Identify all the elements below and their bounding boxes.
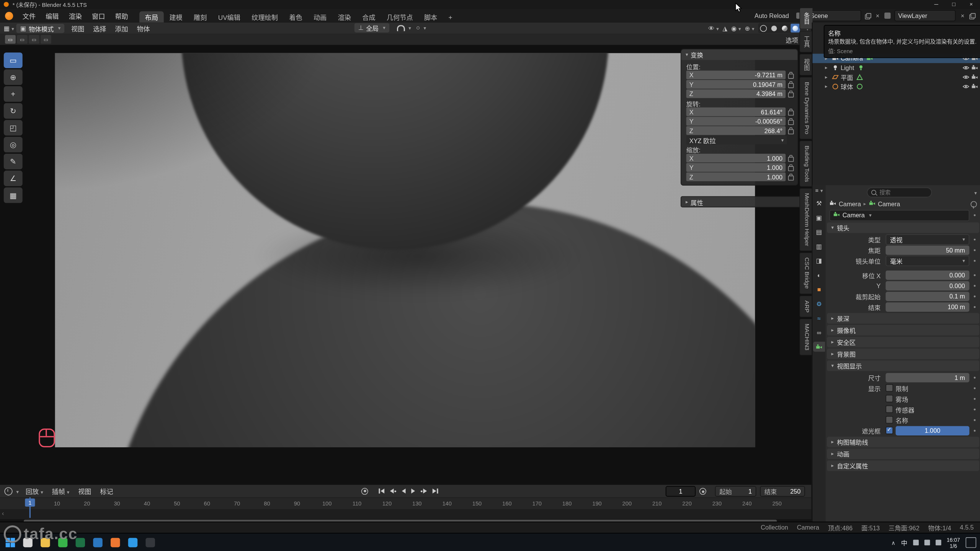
- scale-z-field[interactable]: Z1.000: [686, 173, 786, 181]
- current-frame-field[interactable]: 1: [666, 486, 696, 497]
- disable-in-renders-icon[interactable]: [971, 83, 978, 90]
- decorate-dot-icon[interactable]: [972, 238, 977, 240]
- unlink-scene-icon[interactable]: ×: [875, 12, 881, 19]
- proportional-edit-toggle[interactable]: ○: [416, 24, 426, 31]
- location-z-field[interactable]: Z4.3984 m: [686, 89, 786, 98]
- hide-in-viewport-icon[interactable]: [962, 83, 969, 90]
- add-workspace-button[interactable]: +: [443, 11, 458, 22]
- overlays-icon[interactable]: ◉: [731, 24, 741, 31]
- sidebar-tab[interactable]: 视图: [799, 54, 812, 75]
- taskbar-clock[interactable]: 16:07 1/6: [947, 536, 960, 549]
- properties-tab-constraints[interactable]: ∞: [813, 328, 825, 337]
- workspace-tab[interactable]: UV编辑: [212, 11, 246, 22]
- action-center-icon[interactable]: [965, 537, 976, 548]
- workspace-tab[interactable]: 纹理绘制: [246, 11, 284, 22]
- properties-tab-world[interactable]: ◐: [813, 270, 825, 280]
- blender-menu-icon[interactable]: [5, 11, 13, 20]
- lock-icon[interactable]: [788, 120, 794, 125]
- viewport-menu-item[interactable]: 添加: [111, 23, 132, 33]
- decorate-dot-icon[interactable]: [972, 285, 977, 287]
- sidebar-tab[interactable]: Building Tools: [799, 140, 812, 187]
- timeline-ruler[interactable]: 1 10203040506070809010011012013014015016…: [0, 498, 811, 510]
- app-vscode[interactable]: [126, 536, 139, 549]
- app-blue[interactable]: [91, 536, 104, 549]
- checkbox-label[interactable]: 雾场: [896, 394, 908, 403]
- move-tool[interactable]: +: [4, 86, 23, 102]
- jump-to-start-button[interactable]: [379, 489, 384, 494]
- decorate-dot-icon[interactable]: [972, 408, 977, 410]
- location-y-field[interactable]: Y0.19047 m: [686, 80, 786, 89]
- decorate-dot-icon[interactable]: [972, 387, 977, 389]
- viewlayer-selector[interactable]: ViewLayer: [895, 10, 956, 21]
- checkbox-雾场[interactable]: [885, 395, 893, 403]
- timeline-editor-icon[interactable]: [4, 487, 12, 495]
- auto-reload-button[interactable]: Auto Reload: [755, 12, 789, 19]
- collapsed-panel-header[interactable]: 景深: [827, 313, 979, 324]
- tray-expand-icon[interactable]: ∧: [891, 540, 895, 546]
- add-cube-tool[interactable]: ▦: [4, 187, 23, 203]
- frame-end-field[interactable]: 结束 250: [760, 486, 805, 497]
- workspace-tab[interactable]: 合成: [357, 11, 381, 22]
- measure-tool[interactable]: ∠: [4, 171, 23, 186]
- timeline-editor-dropdown[interactable]: [15, 487, 19, 494]
- prev-keyframe-button[interactable]: [390, 489, 396, 494]
- mesh-plane-icon[interactable]: [832, 74, 839, 81]
- shading-wireframe[interactable]: [759, 24, 768, 33]
- lock-icon[interactable]: [788, 73, 794, 78]
- checkbox-名称[interactable]: [885, 416, 893, 424]
- frame-start-field[interactable]: 起始 1: [715, 486, 756, 497]
- properties-tab-object[interactable]: ■: [813, 284, 825, 294]
- bottom-panel-header[interactable]: 自定义属性: [827, 460, 979, 471]
- menubar-item[interactable]: 编辑: [41, 9, 64, 23]
- disclosure-triangle-icon[interactable]: ▸: [825, 74, 830, 80]
- hide-in-viewport-icon[interactable]: [962, 74, 969, 81]
- select-mode-extend[interactable]: ▭: [17, 35, 28, 44]
- battery-icon[interactable]: [936, 540, 941, 546]
- shift-x-field[interactable]: 0.000: [885, 270, 969, 279]
- select-box-tool[interactable]: ▭: [4, 52, 23, 68]
- passepartout-slider[interactable]: 1.000: [896, 426, 970, 435]
- annotate-tool[interactable]: ✎: [4, 154, 23, 170]
- bottom-panel-header[interactable]: 动画: [827, 448, 979, 459]
- orientation-dropdown[interactable]: ⊥ 全局: [354, 23, 389, 32]
- outliner-item[interactable]: ▸Light: [812, 63, 980, 72]
- network-icon[interactable]: [913, 540, 919, 546]
- properties-editor-type-icon[interactable]: ≡: [815, 187, 823, 194]
- shading-solid[interactable]: [769, 24, 779, 33]
- play-reverse-button[interactable]: [402, 489, 406, 494]
- select-mode-subtract[interactable]: ▭: [29, 35, 39, 44]
- camera-data-icon[interactable]: [833, 211, 840, 218]
- workspace-tab[interactable]: 脚本: [418, 11, 443, 22]
- menubar-item[interactable]: 文件: [18, 9, 41, 23]
- data-block-icon[interactable]: [856, 74, 863, 81]
- keying-set-icon[interactable]: [699, 488, 706, 495]
- properties-tab-render[interactable]: ▣: [813, 212, 825, 222]
- workspace-tab[interactable]: 渲染: [332, 11, 357, 22]
- snap-dropdown[interactable]: [407, 24, 411, 31]
- remove-viewlayer-icon[interactable]: ×: [959, 12, 965, 19]
- jump-to-end-button[interactable]: [433, 489, 438, 494]
- scale-tool[interactable]: ◰: [4, 120, 23, 135]
- decorate-dot-icon[interactable]: [972, 295, 977, 297]
- collapsed-panel-header[interactable]: 摄像机: [827, 325, 979, 336]
- lock-icon[interactable]: [788, 110, 794, 115]
- bottom-panel-header[interactable]: 构图辅助线: [827, 437, 979, 447]
- workspace-tab[interactable]: 建模: [164, 11, 188, 22]
- object-visibility-icon[interactable]: 👁: [708, 24, 719, 31]
- minimize-button[interactable]: ─: [928, 0, 945, 9]
- selectability-icon[interactable]: ◮: [723, 24, 728, 31]
- location-x-field[interactable]: X-9.7211 m: [686, 70, 786, 79]
- sidebar-tab[interactable]: MACHIN3: [799, 319, 812, 355]
- rotate-tool[interactable]: ↻: [4, 103, 23, 119]
- clip-start-field[interactable]: 0.1 m: [885, 292, 969, 301]
- sidebar-tab[interactable]: MeshDeform Helper: [799, 188, 812, 251]
- timeline-tracks[interactable]: [0, 510, 811, 519]
- sidebar-tab[interactable]: ARP: [799, 295, 812, 318]
- checkbox-label[interactable]: 传感器: [896, 404, 915, 414]
- properties-tab-physics[interactable]: ≈: [813, 313, 825, 323]
- breadcrumb-data[interactable]: Camera: [878, 201, 900, 207]
- lens-unit-dropdown[interactable]: 毫米: [885, 255, 969, 266]
- menubar-item[interactable]: 帮助: [110, 9, 133, 23]
- datablock-selector[interactable]: Camera: [830, 210, 970, 221]
- properties-tab-scene[interactable]: ◨: [813, 256, 825, 266]
